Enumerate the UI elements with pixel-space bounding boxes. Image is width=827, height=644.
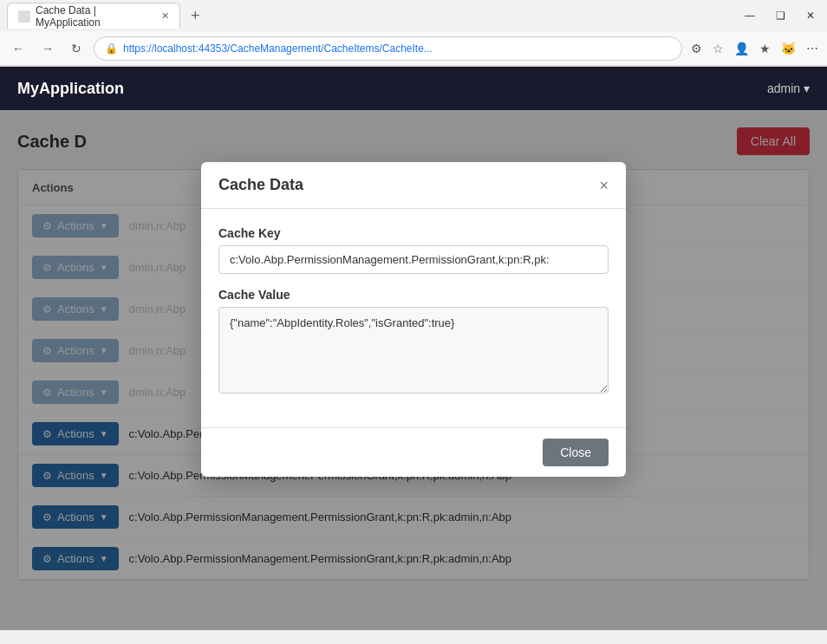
profile-icon[interactable]: 👤: [733, 40, 751, 57]
more-options-icon[interactable]: ⋯: [804, 40, 820, 57]
cache-value-group: Cache Value {"name":"AbpIdentity.Roles",…: [218, 288, 609, 396]
close-window-button[interactable]: ✕: [801, 8, 820, 23]
lock-icon: 🔒: [105, 42, 118, 55]
favorites-icon[interactable]: ★: [758, 40, 772, 57]
modal-body: Cache Key Cache Value {"name":"AbpIdenti…: [201, 209, 626, 427]
cache-key-group: Cache Key: [218, 226, 609, 274]
modal-title: Cache Data: [218, 176, 303, 194]
nav-extra-icons: ⚙ ☆ 👤 ★ 🐱 ⋯: [689, 40, 820, 57]
active-tab[interactable]: Cache Data | MyApplication ✕: [7, 3, 180, 29]
cache-data-modal: Cache Data × Cache Key Cache Value {"nam…: [201, 162, 626, 477]
modal-footer: Close: [201, 427, 626, 477]
new-tab-button[interactable]: +: [184, 7, 207, 25]
minimize-button[interactable]: —: [739, 8, 760, 23]
browser-chrome: Cache Data | MyApplication ✕ + — ❑ ✕ ← →…: [0, 0, 827, 67]
maximize-button[interactable]: ❑: [771, 8, 791, 23]
back-button[interactable]: ←: [7, 38, 29, 59]
close-button[interactable]: Close: [543, 439, 609, 466]
forward-button[interactable]: →: [36, 38, 59, 59]
title-bar: Cache Data | MyApplication ✕ + — ❑ ✕: [0, 0, 827, 31]
bookmark-icon[interactable]: ☆: [711, 40, 726, 57]
app-title: MyApplication: [17, 80, 124, 98]
url-input[interactable]: [123, 42, 671, 55]
cache-key-label: Cache Key: [218, 226, 609, 240]
tab-title: Cache Data | MyApplication: [36, 4, 153, 29]
admin-menu-button[interactable]: admin ▾: [767, 81, 810, 95]
tab-close-icon[interactable]: ✕: [161, 10, 169, 22]
user-avatar-icon[interactable]: 🐱: [779, 40, 798, 57]
modal-close-button[interactable]: ×: [599, 178, 609, 193]
app-header: MyApplication admin ▾: [0, 67, 827, 110]
page-content: Cache D Clear All Actions ⚙ Actions ▼ dm…: [0, 110, 827, 630]
modal-header: Cache Data ×: [201, 162, 626, 209]
tab-bar: Cache Data | MyApplication ✕ +: [7, 3, 207, 29]
navigation-bar: ← → ↻ 🔒 ⚙ ☆ 👤 ★ 🐱 ⋯: [0, 31, 827, 66]
cache-value-label: Cache Value: [218, 288, 609, 302]
window-controls: — ❑ ✕: [739, 8, 820, 23]
extensions-icon[interactable]: ⚙: [689, 40, 704, 57]
modal-overlay: Cache Data × Cache Key Cache Value {"nam…: [0, 110, 827, 630]
tab-favicon: [18, 10, 30, 23]
address-bar[interactable]: 🔒: [94, 36, 682, 61]
refresh-button[interactable]: ↻: [66, 38, 87, 59]
cache-value-textarea[interactable]: {"name":"AbpIdentity.Roles","isGranted":…: [218, 307, 609, 394]
cache-key-input[interactable]: [218, 245, 609, 274]
header-right: admin ▾: [767, 81, 810, 95]
